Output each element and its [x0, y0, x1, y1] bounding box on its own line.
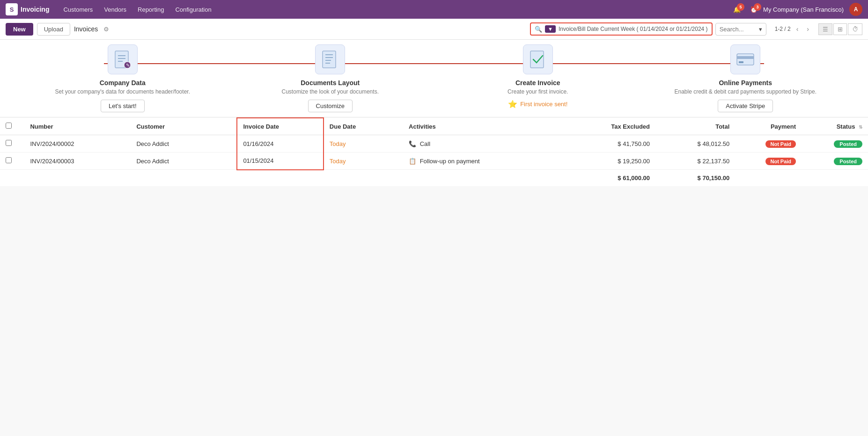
svg-text:✎: ✎ [126, 63, 130, 68]
onboarding-steps: ✎ Company Data Set your company's data f… [0, 40, 868, 117]
col-header-customer[interactable]: Customer [131, 118, 237, 135]
upload-button[interactable]: Upload [37, 23, 70, 36]
totals-empty-right [735, 170, 868, 187]
step-company-data-title: Company Data [100, 79, 146, 87]
row2-checkbox-cell[interactable] [0, 153, 24, 170]
nav-item-configuration[interactable]: Configuration [170, 4, 216, 15]
row1-checkbox-cell[interactable] [0, 135, 24, 153]
col-header-tax-excluded[interactable]: Tax Excluded [549, 118, 655, 135]
row1-invoice-date[interactable]: 01/16/2024 [237, 135, 323, 153]
nav-menu: Customers Vendors Reporting Configuratio… [59, 4, 216, 15]
invoices-table-section: Number Customer Invoice Date Due Date Ac… [0, 117, 868, 186]
invoice-sent-text: First invoice sent! [520, 101, 567, 108]
search-dropdown[interactable]: ▾ [715, 23, 766, 36]
step-online-payments-title: Online Payments [719, 79, 772, 87]
call-icon: 📞 [409, 140, 416, 147]
row2-total: $ 22,137.50 [655, 153, 735, 170]
svg-rect-6 [323, 51, 336, 68]
activate-stripe-button[interactable]: Activate Stripe [718, 100, 773, 112]
nav-right-area: 🔔 5 ⏰ 3 My Company (San Francisco) A [733, 3, 862, 16]
documents-layout-button[interactable]: Customize [308, 100, 353, 112]
row1-due-date[interactable]: Today [324, 135, 403, 153]
col-header-total[interactable]: Total [655, 118, 735, 135]
col-header-status[interactable]: Status ⇅ [802, 118, 868, 135]
list-view-button[interactable]: ☰ [818, 23, 832, 35]
settings-gear-icon[interactable]: ⚙ [103, 26, 109, 33]
company-name[interactable]: My Company (San Francisco) [763, 6, 844, 13]
online-payments-icon [730, 44, 760, 74]
select-all-checkbox-header[interactable] [0, 118, 24, 135]
row2-posted-badge: Posted [834, 158, 862, 165]
table-row: INV/2024/00003 Deco Addict 01/15/2024 To… [0, 153, 868, 170]
nav-item-reporting[interactable]: Reporting [133, 4, 169, 15]
search-box[interactable]: 🔍 ▼ Invoice/Bill Date Current Week ( 01/… [530, 22, 713, 36]
svg-rect-13 [737, 56, 754, 59]
svg-rect-11 [530, 51, 544, 68]
create-invoice-icon [523, 44, 553, 74]
search-icon: 🔍 [535, 26, 542, 33]
step-create-invoice-desc: Create your first invoice. [508, 88, 568, 95]
new-button[interactable]: New [6, 23, 33, 36]
row2-checkbox[interactable] [6, 157, 12, 163]
step-company-data: ✎ Company Data Set your company's data f… [19, 44, 227, 112]
totals-tax-excluded: $ 61,000.00 [549, 170, 655, 187]
brand-logo: S [6, 3, 18, 15]
company-data-button[interactable]: Let's start! [101, 100, 145, 112]
followup-icon: 📋 [409, 158, 416, 165]
kanban-view-button[interactable]: ⊞ [833, 23, 847, 35]
page-title: Invoices [74, 25, 98, 33]
row1-posted-badge: Posted [834, 140, 862, 148]
step-online-payments-desc: Enable credit & debit card payments supp… [674, 88, 817, 95]
col-header-due-date[interactable]: Due Date [324, 118, 403, 135]
brand-name: Invoicing [21, 6, 49, 13]
pagination-prev-button[interactable]: ‹ [794, 24, 802, 34]
row2-number[interactable]: INV/2024/00003 [24, 153, 131, 170]
row1-not-paid-badge: Not Paid [765, 140, 796, 148]
step-online-payments: Online Payments Enable credit & debit ca… [642, 44, 850, 112]
row2-invoice-date[interactable]: 01/15/2024 [237, 153, 323, 170]
toolbar: New Upload Invoices ⚙ 🔍 ▼ Invoice/Bill D… [0, 19, 868, 40]
col-header-number[interactable]: Number [24, 118, 131, 135]
pagination-info: 1-2 / 2 [775, 26, 791, 32]
clock-notification-button[interactable]: ⏰ 3 [750, 6, 758, 13]
avatar[interactable]: A [849, 3, 862, 16]
row2-activity-text: Follow-up on payment [420, 158, 480, 165]
pagination-next-button[interactable]: › [804, 24, 812, 34]
step-documents-layout: Documents Layout Customize the look of y… [227, 44, 434, 112]
invoice-sent-status: ⭐ First invoice sent! [508, 100, 567, 109]
row1-activity-text: Call [420, 140, 430, 147]
row1-checkbox[interactable] [6, 140, 12, 146]
invoices-table: Number Customer Invoice Date Due Date Ac… [0, 117, 868, 186]
table-header-row: Number Customer Invoice Date Due Date Ac… [0, 118, 868, 135]
step-documents-layout-desc: Customize the look of your documents. [282, 88, 379, 95]
row2-due-date[interactable]: Today [324, 153, 403, 170]
nav-item-vendors[interactable]: Vendors [99, 4, 131, 15]
star-icon: ⭐ [508, 100, 517, 109]
col-header-invoice-date[interactable]: Invoice Date [237, 118, 323, 135]
row2-status-badge-cell: Posted [802, 153, 868, 170]
row2-activities: 📋 Follow-up on payment [403, 153, 549, 170]
documents-layout-icon [315, 44, 345, 74]
notification-bell-button[interactable]: 🔔 5 [733, 6, 741, 13]
col-header-activities[interactable]: Activities [403, 118, 549, 135]
row2-customer[interactable]: Deco Addict [131, 153, 237, 170]
sort-icon: ⇅ [859, 124, 862, 130]
totals-total: $ 70,150.00 [655, 170, 735, 187]
row1-customer[interactable]: Deco Addict [131, 135, 237, 153]
step-company-data-desc: Set your company's data for documents he… [55, 88, 190, 95]
blank-area [0, 186, 868, 327]
company-data-icon: ✎ [108, 44, 138, 74]
row1-number[interactable]: INV/2024/00002 [24, 135, 131, 153]
pagination-area: 1-2 / 2 ‹ › ☰ ⊞ ⏱ [775, 23, 862, 35]
activity-view-button[interactable]: ⏱ [848, 23, 862, 35]
col-header-payment[interactable]: Payment [735, 118, 802, 135]
view-toggle-group: ☰ ⊞ ⏱ [818, 23, 862, 35]
brand-logo-area[interactable]: S Invoicing [6, 3, 49, 15]
search-input[interactable] [720, 26, 757, 33]
totals-row: $ 61,000.00 $ 70,150.00 [0, 170, 868, 187]
svg-rect-14 [739, 61, 743, 63]
row1-activities: 📞 Call [403, 135, 549, 153]
select-all-checkbox[interactable] [6, 123, 12, 129]
top-navigation: S Invoicing Customers Vendors Reporting … [0, 0, 868, 19]
nav-item-customers[interactable]: Customers [59, 4, 97, 15]
